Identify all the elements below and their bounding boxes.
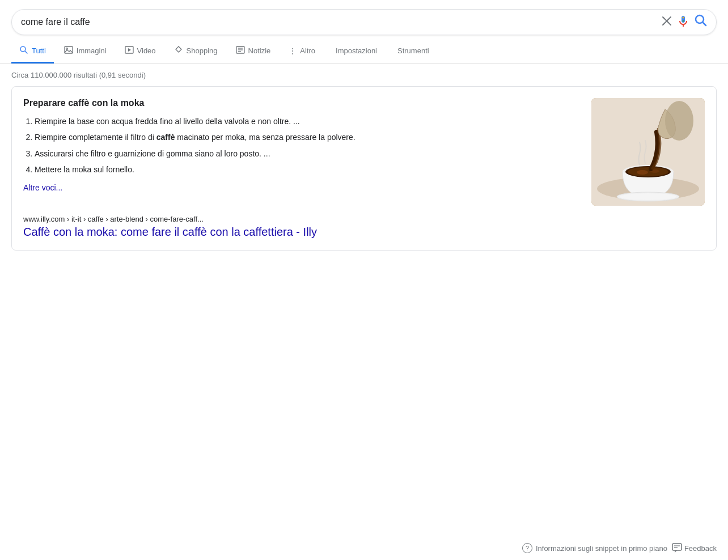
tab-shopping[interactable]: Shopping — [166, 40, 226, 63]
tab-notizie[interactable]: Notizie — [228, 40, 279, 63]
list-item: Assicurarsi che filtro e guarnizione di … — [35, 147, 580, 160]
bold-caffe: caffè — [156, 133, 175, 142]
featured-card-inner: Preparare caffè con la moka Riempire la … — [23, 98, 705, 206]
nav-tabs: Tutti Immagini Video Shopping — [0, 40, 728, 64]
tab-notizie-label: Notizie — [248, 46, 271, 55]
search-bar: come fare il caffe — [11, 9, 717, 35]
clear-icon[interactable] — [662, 16, 672, 29]
list-item: Mettere la moka sul fornello. — [35, 163, 580, 176]
tab-tutti[interactable]: Tutti — [11, 40, 54, 63]
svg-point-9 — [66, 48, 67, 50]
shopping-icon — [174, 45, 183, 56]
svg-point-23 — [665, 101, 693, 141]
tab-settings[interactable]: Impostazioni — [328, 41, 385, 62]
featured-steps-list: Riempire la base con acqua fredda fino a… — [23, 115, 580, 176]
svg-point-6 — [20, 46, 26, 52]
tab-altro-label: Altro — [300, 46, 315, 55]
tab-tools[interactable]: Strumenti — [390, 41, 437, 62]
featured-title: Preparare caffè con la moka — [23, 98, 580, 108]
search-submit-icon[interactable] — [695, 14, 707, 30]
svg-point-21 — [637, 170, 648, 175]
svg-point-25 — [620, 193, 676, 200]
results-count: Circa 110.000.000 risultati (0,91 second… — [0, 64, 728, 86]
tab-immagini-label: Immagini — [77, 46, 107, 55]
source-result: www.illy.com › it-it › caffe › arte-blen… — [23, 206, 705, 239]
tab-settings-label: Impostazioni — [336, 46, 377, 55]
svg-point-2 — [683, 16, 684, 18]
featured-snippet-card: Preparare caffè con la moka Riempire la … — [11, 86, 717, 251]
source-title[interactable]: Caffè con la moka: come fare il caffè co… — [23, 226, 317, 238]
tab-immagini[interactable]: Immagini — [56, 40, 115, 63]
source-breadcrumb: www.illy.com › it-it › caffe › arte-blen… — [23, 215, 705, 223]
featured-content: Preparare caffè con la moka Riempire la … — [23, 98, 580, 206]
voice-icon[interactable] — [676, 15, 690, 30]
featured-image — [591, 98, 705, 206]
svg-line-5 — [703, 23, 706, 26]
svg-rect-8 — [65, 46, 73, 53]
svg-line-7 — [26, 52, 28, 54]
list-item: Riempire la base con acqua fredda fino a… — [35, 115, 580, 128]
search-bar-container: come fare il caffe — [0, 0, 728, 35]
tab-video-label: Video — [137, 46, 156, 55]
svg-marker-11 — [128, 48, 131, 52]
search-input[interactable]: come fare il caffe — [21, 17, 662, 27]
tutti-icon — [19, 45, 28, 56]
more-link[interactable]: Altre voci... — [23, 183, 62, 192]
svg-point-20 — [628, 167, 668, 176]
immagini-icon — [64, 45, 73, 56]
tab-video[interactable]: Video — [117, 40, 164, 63]
notizie-icon — [236, 45, 245, 56]
tab-altro[interactable]: ⋮ Altro — [281, 41, 323, 63]
list-item: Riempire completamente il filtro di caff… — [35, 131, 580, 143]
tab-shopping-label: Shopping — [187, 46, 218, 55]
altro-icon: ⋮ — [289, 46, 297, 56]
video-icon — [125, 45, 134, 56]
tab-tools-label: Strumenti — [397, 46, 429, 55]
tab-tutti-label: Tutti — [32, 46, 46, 55]
svg-point-3 — [683, 20, 684, 22]
